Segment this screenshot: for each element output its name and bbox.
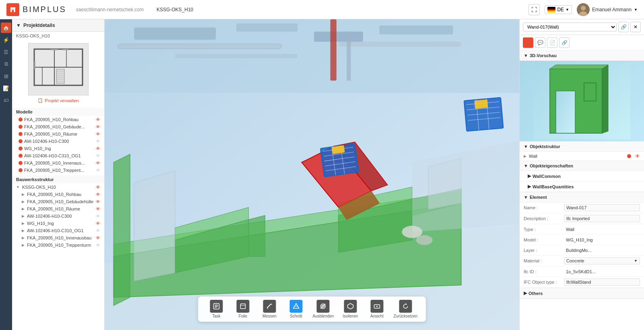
isolieren-label: Isolieren (343, 314, 358, 318)
eye-toggle[interactable]: 👁 (96, 117, 100, 122)
right-panel: Wand-017(Wall) 🔗 ✕ 💬 📄 🔗 ▼ 3D-Vorschau (519, 19, 644, 330)
preview-3d-header[interactable]: ▼ 3D-Vorschau (520, 51, 644, 61)
bauwerk-item[interactable]: ▶ FKA_200905_H10_Rohbau 👁 (12, 191, 104, 198)
ausblenden-button[interactable]: Ausblenden (313, 300, 334, 318)
eye-toggle[interactable]: 👁 (96, 206, 100, 211)
modelle-item[interactable]: FKA_200905_H10_Rohbau 👁 (12, 116, 104, 123)
svg-point-81 (526, 40, 530, 45)
prop-input[interactable] (564, 215, 640, 222)
sidebar-icon-tag[interactable]: 🏷 (1, 95, 11, 105)
viewport[interactable]: Task Folie Messen Schnitt (105, 19, 519, 330)
sidebar-icon-home[interactable]: 🏠 (1, 23, 11, 33)
bauwerk-label: AW-102406-H10-C300 (27, 214, 94, 219)
task-icon (210, 300, 223, 313)
lang-chevron: ▼ (566, 8, 569, 12)
svg-marker-80 (405, 303, 407, 305)
language-selector[interactable]: DE ▼ (545, 5, 572, 14)
ansicht-button[interactable]: Ansicht (367, 300, 387, 318)
model-label: FKA_200905_H10_Räume (24, 132, 94, 136)
sidebar-icon-filter[interactable]: ⚡ (1, 35, 11, 45)
eye-toggle[interactable]: 👁 (96, 139, 100, 144)
eye-toggle[interactable]: 👁 (96, 214, 100, 219)
eye-toggle[interactable]: 👁 (96, 192, 100, 197)
projekt-verwalten-button[interactable]: 📋 Projekt verwalten (37, 98, 78, 103)
document-action-btn[interactable]: 📄 (547, 37, 557, 48)
flag-action-btn[interactable] (523, 37, 533, 48)
eye-toggle[interactable]: 👁 (96, 168, 100, 173)
bauwerk-item[interactable]: ▶ FKA_200905_H10_Räume 👁 (12, 205, 104, 212)
projektdetails-header[interactable]: ▼ Projektdetails (12, 19, 104, 32)
tree-toggle: ▶ (22, 229, 25, 233)
bauwerk-item[interactable]: ▶ WG_H10_Ing 👁 (12, 220, 104, 227)
sidebar-icon-copy[interactable]: ⊞ (1, 71, 11, 81)
prop-value: BuildingMo... (564, 247, 640, 254)
element-header: Wand-017(Wall) 🔗 ✕ (520, 19, 644, 35)
bauwerk-list: ▼ KSSG-OKS_H10 👁 ▶ FKA_200905_H10_Rohbau… (12, 184, 104, 249)
sidebar-icon-note[interactable]: 📝 (1, 83, 11, 93)
app-title: BIMPLUS (23, 5, 66, 14)
prop-select-value[interactable]: Concrete ▼ (564, 257, 640, 264)
bauwerk-item[interactable]: ▶ AW-102406-H10-C310_OG1 👁 (12, 227, 104, 234)
bauwerk-label: FKA_200905_H10_Rohbau (27, 192, 94, 197)
objektstruktur-header[interactable]: ▼ Objektstruktur (520, 142, 644, 152)
link-action-btn[interactable]: 🔗 (559, 37, 570, 48)
wallcommon-header[interactable]: ▶ WallCommon (520, 171, 644, 182)
element-props-section: ▼ Element Name : Description : Type : Wa… (520, 192, 644, 288)
prop-input[interactable] (564, 204, 640, 211)
folie-button[interactable]: Folie (233, 300, 253, 318)
close-icon-btn[interactable]: ✕ (630, 22, 641, 32)
wall-item[interactable]: ▶ Wall 👁 (520, 152, 644, 161)
svg-rect-10 (50, 49, 58, 50)
eye-toggle[interactable]: 👁 (96, 235, 100, 240)
wall-eye-icon[interactable]: 👁 (635, 153, 640, 159)
svg-point-79 (376, 306, 378, 307)
modelle-item[interactable]: FKA_200905_H10_Gebäude... 👁 (12, 123, 104, 130)
bauwerk-item[interactable]: ▶ FKA_200905_H10_Innenausbau 👁 (12, 234, 104, 241)
modelle-item[interactable]: FKA_200905_H10_Innenaus... 👁 (12, 159, 104, 167)
eye-toggle[interactable]: 👁 (96, 153, 100, 158)
user-area[interactable]: Emanuel Ammann ▼ (577, 3, 638, 16)
schnitt-button[interactable]: Schnitt (286, 300, 306, 318)
modelle-item[interactable]: FKA_200905_H10_Räume 👁 (12, 130, 104, 138)
company-name: saeschlimann-nemetschek.com (76, 7, 144, 12)
messen-button[interactable]: Messen (260, 300, 280, 318)
objekteigenschaften-header[interactable]: ▼ Objekteigenschaften (520, 161, 644, 171)
eye-toggle[interactable]: 👁 (96, 161, 100, 165)
zuruecksetzen-button[interactable]: Zurücksetzen (393, 300, 417, 318)
eye-toggle[interactable]: 👁 (96, 243, 100, 248)
comment-action-btn[interactable]: 💬 (535, 37, 545, 48)
sidebar-icon-layers[interactable]: ⧉ (1, 59, 11, 69)
prop-row: Model : WG_H10_Ing (520, 235, 644, 245)
eye-toggle[interactable]: 👁 (96, 132, 100, 136)
logo-icon[interactable] (6, 3, 19, 16)
element-selector[interactable]: Wand-017(Wall) (523, 23, 617, 31)
modelle-item[interactable]: FKA_200905_H10_Treppent... 👁 (12, 167, 104, 174)
task-button[interactable]: Task (206, 300, 227, 318)
bauwerk-item[interactable]: ▶ FKA_200905_H10_Gebäudehülle 👁 (12, 198, 104, 205)
eye-toggle[interactable]: 👁 (96, 124, 100, 129)
others-header[interactable]: ▶ Others (520, 288, 644, 299)
isolieren-button[interactable]: Isolieren (340, 300, 360, 318)
project-thumbnail[interactable] (28, 43, 89, 95)
model-dot (19, 139, 23, 143)
eye-toggle[interactable]: 👁 (96, 228, 100, 233)
modelle-item[interactable]: AW-102406-H10-C300 👁 (12, 138, 104, 145)
prop-input[interactable] (564, 278, 640, 286)
wallbasequantities-header[interactable]: ▶ WallBaseQuantities (520, 182, 644, 192)
modelle-item[interactable]: WG_H10_Ing 👁 (12, 145, 104, 152)
eye-toggle[interactable]: 👁 (96, 199, 100, 204)
sidebar-icon-list[interactable]: ☰ (1, 47, 11, 57)
eye-toggle[interactable]: 👁 (96, 185, 100, 190)
tree-toggle: ▶ (22, 200, 25, 204)
fullscreen-button[interactable]: ⛶ (528, 4, 540, 15)
eye-toggle[interactable]: 👁 (96, 146, 100, 151)
modelle-item[interactable]: AW-102406-H10-C310_OG1 👁 (12, 152, 104, 159)
element-header-section[interactable]: ▼ Element (520, 192, 644, 202)
bauwerk-item[interactable]: ▶ AW-102406-H10-C300 👁 (12, 212, 104, 220)
link-icon-btn[interactable]: 🔗 (618, 22, 629, 32)
ansicht-label: Ansicht (370, 314, 384, 318)
bauwerk-item[interactable]: ▶ FKA_200905_H10_Treppenturm 👁 (12, 241, 104, 249)
bauwerk-item[interactable]: ▼ KSSG-OKS_H10 👁 (12, 184, 104, 191)
eye-toggle[interactable]: 👁 (96, 221, 100, 226)
model-label: WG_H10_Ing (24, 146, 94, 151)
